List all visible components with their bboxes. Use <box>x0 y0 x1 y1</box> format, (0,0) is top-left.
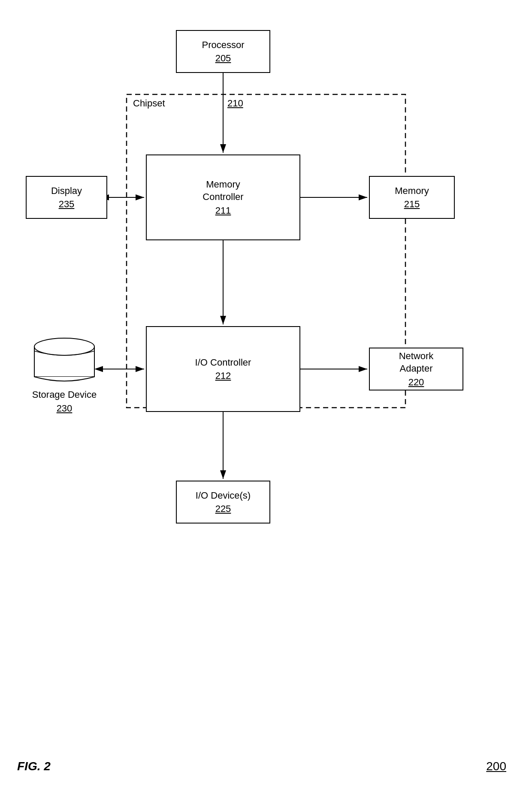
processor-box: Processor 205 <box>176 30 270 73</box>
display-box: Display 235 <box>26 176 107 219</box>
storage-device: Storage Device 230 <box>26 335 103 414</box>
network-adapter-box: Network Adapter 220 <box>369 348 463 390</box>
io-devices-box: I/O Device(s) 225 <box>176 481 270 524</box>
figure-label: FIG. 2 <box>17 760 51 773</box>
figure-number: 200 <box>486 760 506 773</box>
svg-point-11 <box>34 338 94 355</box>
memory-controller-box: Memory Controller 211 <box>146 154 300 240</box>
memory-box: Memory 215 <box>369 176 455 219</box>
diagram: Chipset 210 Processor 205 Memory Control… <box>17 17 515 618</box>
io-controller-box: I/O Controller 212 <box>146 326 300 412</box>
